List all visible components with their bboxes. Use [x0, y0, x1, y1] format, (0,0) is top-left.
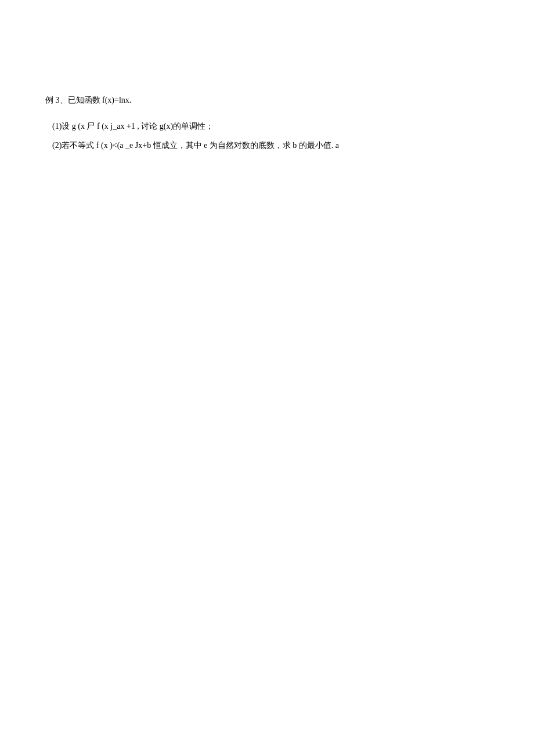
problem-title: 例 3、已知函数 f(x)=lnx. — [45, 93, 489, 107]
problem-part-1: (1)设 g (x 尸 f (x j_ax +1 , 讨论 g(x)的单调性； — [52, 119, 489, 133]
problem-part-2: (2)若不等式 f (x )<(a _e Jx+b 恒成立，其中 e 为自然对数… — [52, 138, 489, 153]
